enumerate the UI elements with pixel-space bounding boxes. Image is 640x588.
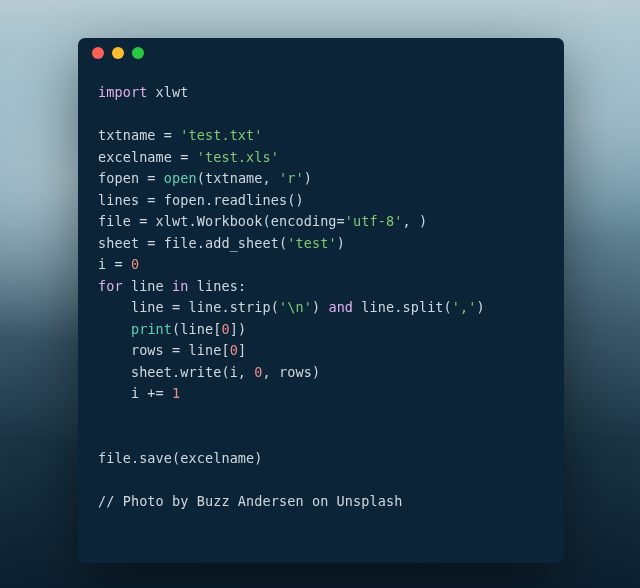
code-token: file.save(excelname) bbox=[98, 450, 263, 466]
code-line bbox=[98, 104, 544, 126]
code-token: (line[ bbox=[172, 321, 221, 337]
code-line: print(line[0]) bbox=[98, 319, 544, 341]
code-token: , rows) bbox=[263, 364, 321, 380]
code-token: ) bbox=[477, 299, 485, 315]
code-line: sheet = file.add_sheet('test') bbox=[98, 233, 544, 255]
code-token: 'test.txt' bbox=[180, 127, 262, 143]
code-token: ) bbox=[337, 235, 345, 251]
maximize-icon[interactable] bbox=[132, 47, 144, 59]
code-token: excelname = bbox=[98, 149, 197, 165]
code-line: lines = fopen.readlines() bbox=[98, 190, 544, 212]
code-token: i += bbox=[98, 385, 172, 401]
code-token: 0 bbox=[221, 321, 229, 337]
code-line: i = 0 bbox=[98, 254, 544, 276]
code-token: line.split( bbox=[353, 299, 452, 315]
code-token: ]) bbox=[230, 321, 246, 337]
code-line: excelname = 'test.xls' bbox=[98, 147, 544, 169]
code-line bbox=[98, 426, 544, 448]
code-token: for bbox=[98, 278, 123, 294]
code-token: fopen = bbox=[98, 170, 164, 186]
code-token: in bbox=[172, 278, 188, 294]
code-token: line bbox=[123, 278, 172, 294]
code-token: open bbox=[164, 170, 197, 186]
code-token: sheet = file.add_sheet( bbox=[98, 235, 287, 251]
code-token: encoding= bbox=[271, 213, 345, 229]
code-token: print bbox=[131, 321, 172, 337]
code-token: line = line.strip( bbox=[98, 299, 279, 315]
code-token: file = xlwt.Workbook( bbox=[98, 213, 271, 229]
window-titlebar bbox=[78, 38, 564, 68]
code-line: line = line.strip('\n') and line.split('… bbox=[98, 297, 544, 319]
code-content: import xlwt txtname = 'test.txt'excelnam… bbox=[78, 68, 564, 512]
code-line: for line in lines: bbox=[98, 276, 544, 298]
code-token: '\n' bbox=[279, 299, 312, 315]
code-token: 'test.xls' bbox=[197, 149, 279, 165]
code-line: fopen = open(txtname, 'r') bbox=[98, 168, 544, 190]
code-token: import bbox=[98, 84, 147, 100]
code-token: 0 bbox=[254, 364, 262, 380]
code-token: 1 bbox=[172, 385, 180, 401]
code-token: lines: bbox=[189, 278, 247, 294]
code-token: ',' bbox=[452, 299, 477, 315]
code-token: txtname = bbox=[98, 127, 180, 143]
code-token bbox=[98, 321, 131, 337]
minimize-icon[interactable] bbox=[112, 47, 124, 59]
code-token: ) bbox=[304, 170, 312, 186]
close-icon[interactable] bbox=[92, 47, 104, 59]
code-token bbox=[147, 84, 155, 100]
code-line bbox=[98, 469, 544, 491]
code-line: sheet.write(i, 0, rows) bbox=[98, 362, 544, 384]
code-line: file.save(excelname) bbox=[98, 448, 544, 470]
code-token: 'test' bbox=[287, 235, 336, 251]
code-line: // Photo by Buzz Andersen on Unsplash bbox=[98, 491, 544, 513]
code-token: i = bbox=[98, 256, 131, 272]
code-token: , ) bbox=[402, 213, 427, 229]
code-token: sheet.write(i, bbox=[98, 364, 254, 380]
code-line bbox=[98, 405, 544, 427]
code-token: (txtname, bbox=[197, 170, 279, 186]
code-token: lines = fopen.readlines() bbox=[98, 192, 304, 208]
code-token: 'utf-8' bbox=[345, 213, 403, 229]
code-token: 0 bbox=[131, 256, 139, 272]
code-token: and bbox=[328, 299, 353, 315]
code-line: i += 1 bbox=[98, 383, 544, 405]
code-token: rows = line[ bbox=[98, 342, 230, 358]
code-token: ] bbox=[238, 342, 246, 358]
code-line: file = xlwt.Workbook(encoding='utf-8', ) bbox=[98, 211, 544, 233]
code-token: 'r' bbox=[279, 170, 304, 186]
code-token: // Photo by Buzz Andersen on Unsplash bbox=[98, 493, 402, 509]
code-line: rows = line[0] bbox=[98, 340, 544, 362]
code-line: import xlwt bbox=[98, 82, 544, 104]
code-token: xlwt bbox=[156, 84, 189, 100]
code-editor-window: import xlwt txtname = 'test.txt'excelnam… bbox=[78, 38, 564, 563]
code-token: ) bbox=[312, 299, 328, 315]
code-line: txtname = 'test.txt' bbox=[98, 125, 544, 147]
code-token: 0 bbox=[230, 342, 238, 358]
